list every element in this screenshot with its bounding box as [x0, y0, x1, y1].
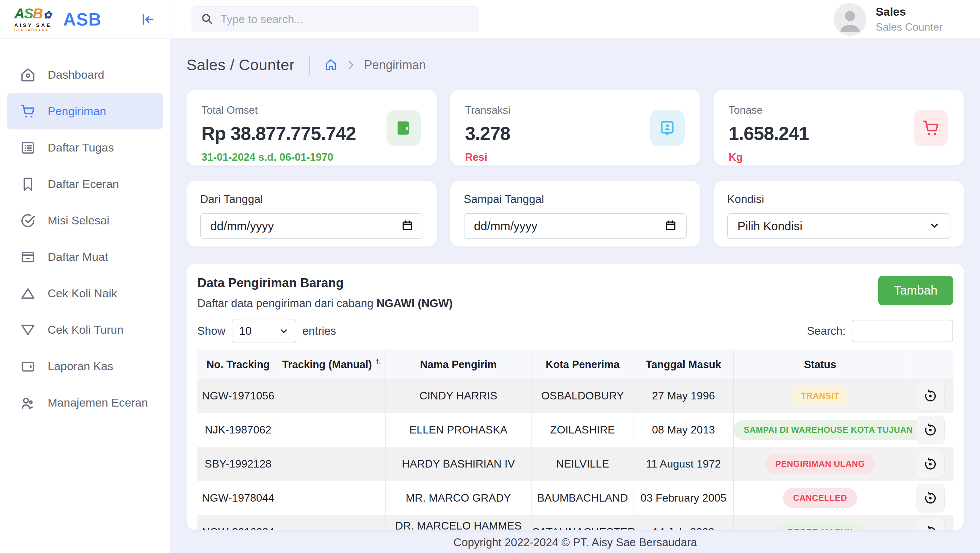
sidebar-item-misi-selesai[interactable]: Misi Selesai [7, 202, 163, 239]
sidebar-item-pengiriman[interactable]: Pengiriman [7, 93, 163, 129]
users-icon [20, 395, 36, 411]
col-kota-penerima[interactable]: Kota Penerima [531, 351, 633, 379]
table-search-input[interactable] [852, 320, 953, 342]
sidebar-item-daftar-eceran[interactable]: Daftar Eceran [7, 166, 163, 202]
date-from-input[interactable] [210, 219, 372, 233]
table-row: NJK-1987062 ELLEN PROHASKA ZOILASHIRE 08… [197, 413, 953, 447]
global-search[interactable] [192, 6, 479, 32]
table-header-row: No. Tracking Tracking (Manual)↑↓ Nama Pe… [197, 351, 953, 379]
sidebar-item-daftar-tugas[interactable]: Daftar Tugas [7, 129, 163, 166]
home-icon [20, 67, 36, 83]
sidebar-item-laporan-kas[interactable]: Laporan Kas [7, 348, 163, 384]
sidebar-collapse-icon[interactable] [138, 11, 156, 28]
main-content: Sales / Counter Pengiriman Total Omset R… [170, 39, 980, 553]
sidebar-item-manajemen-eceran[interactable]: Manajemen Eceran [7, 384, 163, 421]
calendar-icon[interactable] [401, 220, 413, 233]
cell-manual [279, 379, 385, 413]
history-button[interactable] [916, 382, 945, 410]
shipment-table: No. Tracking Tracking (Manual)↑↓ Nama Pe… [197, 350, 953, 530]
stat-card-total-omset: Total Omset Rp 38.877.775.742 31-01-2024… [186, 90, 437, 166]
filter-dari-tanggal: Dari Tanggal [186, 181, 437, 247]
task-list-icon [20, 140, 36, 156]
user-role: Sales Counter [876, 21, 943, 33]
cell-sender: ELLEN PROHASKA [385, 413, 531, 447]
status-badge: CANCELLED [783, 488, 858, 508]
cell-manual [279, 447, 385, 481]
cell-sender: MR. MARCO GRADY [385, 481, 531, 515]
col-actions [907, 351, 953, 379]
col-nama-pengirim[interactable]: Nama Pengirim [385, 351, 531, 379]
sidebar-item-cek-koli-naik[interactable]: Cek Koli Naik [7, 275, 163, 312]
sidebar-item-label: Cek Koli Turun [48, 323, 124, 336]
cell-sender: HARDY BASHIRIAN IV [385, 447, 531, 481]
branch-name: NGAWI (NGW) [377, 297, 453, 309]
kondisi-select[interactable]: Pilih Kondisi [727, 213, 950, 239]
history-button[interactable] [916, 518, 945, 531]
status-badge: SAMPAI DI WAREHOUSE KOTA TUJUAN [733, 420, 923, 440]
breadcrumb-divider [309, 55, 310, 75]
history-button[interactable] [916, 484, 945, 513]
status-badge: TRANSIT [791, 386, 850, 406]
history-button[interactable] [916, 450, 945, 478]
sidebar: ASB✿ AISY SAE BERSAUDARA ASB Dashboard P… [0, 0, 170, 553]
cell-manual [279, 413, 385, 447]
cell-city: ZOILASHIRE [531, 413, 633, 447]
stat-unit: Kg [729, 151, 949, 163]
chevron-right-icon [345, 59, 356, 71]
stat-period: 31-01-2024 s.d. 06-01-1970 [202, 151, 422, 163]
search-input[interactable] [221, 13, 470, 26]
page-size-select[interactable]: 10 [232, 319, 296, 343]
cell-tracking: SBY-1992128 [197, 447, 279, 481]
stat-unit: Resi [465, 151, 686, 163]
sidebar-item-label: Dashboard [48, 68, 104, 81]
cell-sender: CINDY HARRIS [385, 379, 531, 413]
triangle-down-icon [20, 322, 36, 338]
cell-sender: DR. MARCELO HAMMES DVM [385, 515, 531, 531]
breadcrumb-current: Pengiriman [364, 58, 426, 72]
cell-city: NEILVILLE [531, 447, 633, 481]
calendar-icon[interactable] [665, 220, 676, 233]
add-button[interactable]: Tambah [878, 276, 953, 305]
cell-tracking: NJK-1987062 [197, 413, 279, 447]
col-status[interactable]: Status [733, 351, 907, 379]
breadcrumb-home-icon[interactable] [324, 57, 337, 73]
col-tracking-manual[interactable]: Tracking (Manual)↑↓ [279, 351, 385, 379]
app-name: ASB [63, 9, 102, 30]
cell-date: 14 July 2002 [633, 515, 733, 531]
sidebar-item-label: Pengiriman [48, 105, 106, 118]
filter-label: Kondisi [727, 193, 950, 206]
date-to-input[interactable] [474, 219, 636, 233]
table-title: Data Pengiriman Barang [197, 276, 453, 290]
cell-date: 27 May 1996 [633, 379, 733, 413]
sidebar-item-daftar-muat[interactable]: Daftar Muat [7, 239, 163, 275]
user-menu[interactable]: Sales Sales Counter [803, 0, 980, 38]
filter-label: Dari Tanggal [200, 193, 423, 206]
cell-date: 11 August 1972 [633, 447, 733, 481]
show-label: Show [197, 325, 226, 338]
cell-city: CATALINACHESTER [531, 515, 633, 531]
col-tanggal-masuk[interactable]: Tanggal Masuk [633, 351, 733, 379]
sidebar-item-label: Manajemen Eceran [48, 396, 148, 409]
stat-card-transaksi: Transaksi 3.278 Resi [450, 90, 701, 166]
history-button[interactable] [916, 416, 945, 445]
user-name: Sales [876, 5, 943, 18]
shipment-table-card: Data Pengiriman Barang Daftar data pengi… [186, 264, 964, 530]
table-card-header: Data Pengiriman Barang Daftar data pengi… [197, 276, 953, 310]
filters-row: Dari Tanggal Sampai Tanggal Kondisi Pili… [186, 181, 964, 247]
chevron-down-icon [279, 326, 289, 336]
date-from-field[interactable] [200, 213, 423, 239]
sidebar-item-cek-koli-turun[interactable]: Cek Koli Turun [7, 312, 163, 348]
sidebar-header: ASB✿ AISY SAE BERSAUDARA ASB [0, 0, 170, 39]
status-badge: ORDER MASUK [777, 522, 863, 530]
load-box-icon [20, 249, 36, 265]
cell-tracking: NGW-1971056 [197, 379, 279, 413]
date-to-field[interactable] [464, 213, 687, 239]
cart-icon [20, 103, 36, 120]
col-no-tracking[interactable]: No. Tracking [197, 351, 279, 379]
sidebar-item-dashboard[interactable]: Dashboard [7, 57, 163, 93]
copyright-text: Copyright 2022-2024 © PT. Aisy Sae Bersa… [170, 536, 980, 549]
filter-kondisi: Kondisi Pilih Kondisi [714, 181, 964, 247]
table-row: SBY-1992128 HARDY BASHIRIAN IV NEILVILLE… [197, 447, 953, 481]
table-controls: Show 10 entries Search: [197, 319, 953, 343]
sort-icon[interactable]: ↑↓ [375, 356, 382, 367]
